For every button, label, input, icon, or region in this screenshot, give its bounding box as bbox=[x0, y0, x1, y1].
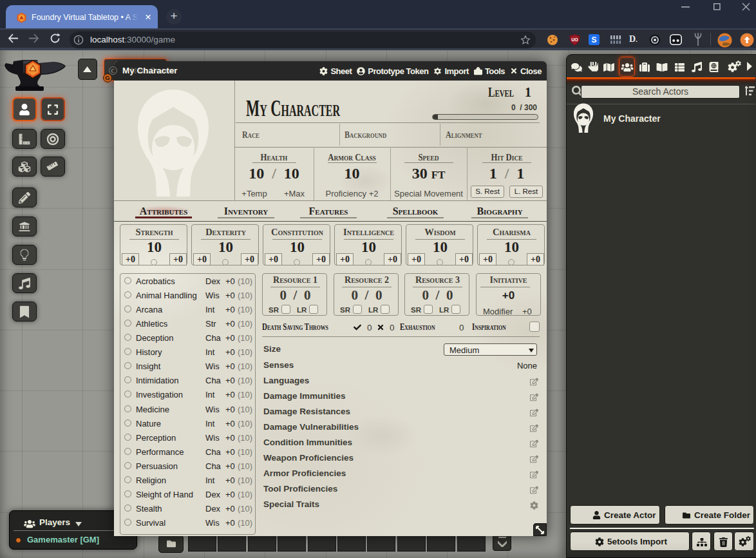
svg-text:S: S bbox=[591, 35, 596, 44]
svg-text:UO: UO bbox=[571, 37, 578, 42]
